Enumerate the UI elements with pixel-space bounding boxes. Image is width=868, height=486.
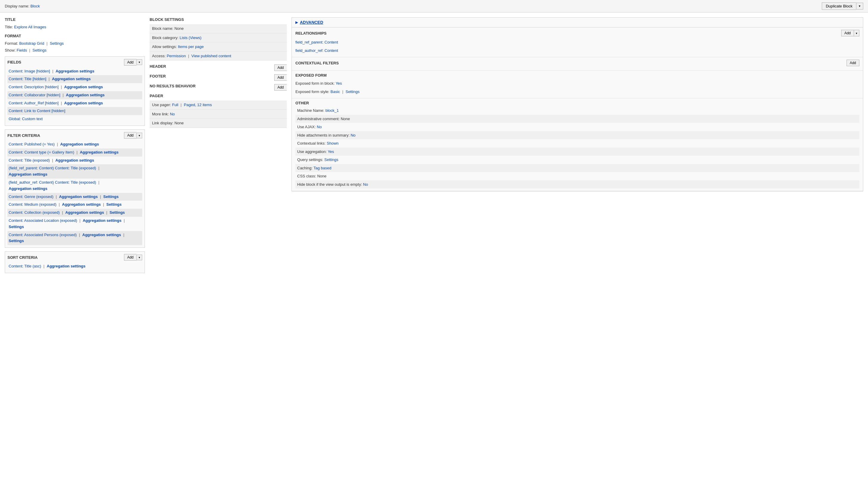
format-value[interactable]: Bootstrap Grid <box>19 41 44 45</box>
other-label-machine: Machine Name: <box>297 108 326 113</box>
other-value-query[interactable]: Settings <box>324 157 338 162</box>
footer-add-button[interactable]: Add <box>274 74 287 81</box>
fields-section-label: FIELDS <box>7 60 21 64</box>
bs-label-name: Block name: <box>152 26 175 31</box>
rel-link-2[interactable]: field_author_ref: Content <box>296 48 338 53</box>
list-item: Content: Title [hidden] | Aggregation se… <box>7 75 142 83</box>
rel-link-1[interactable]: field_ref_parent: Content <box>296 40 338 44</box>
fields-add-button[interactable]: Add <box>124 59 136 66</box>
no-results-add-button[interactable]: Add <box>274 84 287 91</box>
left-column: TITLE Title: Explore All Images FORMAT F… <box>5 17 145 277</box>
show-label: Show: <box>5 48 16 53</box>
title-value[interactable]: Explore All Images <box>14 25 46 29</box>
fields-header: FIELDS Add ▾ <box>7 59 142 66</box>
advanced-title[interactable]: ADVANCED <box>300 20 323 25</box>
pager-value-morelink[interactable]: No <box>170 112 175 116</box>
field-link[interactable]: Content: Link to Content [hidden] <box>9 109 65 113</box>
filter-criteria-label: FILTER CRITERIA <box>7 133 40 138</box>
other-label: OTHER <box>296 101 859 105</box>
list-item: Content: Collaborator [hidden] | Aggrega… <box>7 91 142 99</box>
other-label-aggregation: Use aggregation: <box>297 149 328 154</box>
list-item: Content: Title (asc) | Aggregation setti… <box>7 263 142 270</box>
bs-value-category[interactable]: Lists (Views) <box>180 35 202 40</box>
list-item: Content: Description [hidden] | Aggregat… <box>7 83 142 91</box>
field-agg-link[interactable]: Aggregation settings <box>66 93 104 97</box>
ef-value-inblock[interactable]: Yes <box>336 81 342 86</box>
ef-value-style[interactable]: Basic <box>331 89 340 94</box>
filter-add-dropdown[interactable]: ▾ <box>136 133 142 138</box>
field-link[interactable]: Content: Author_Ref [hidden] <box>9 101 59 105</box>
pager-value-paged[interactable]: Paged, 12 items <box>184 102 212 107</box>
other-value-machine[interactable]: block_1 <box>326 108 339 113</box>
ef-value-settings[interactable]: Settings <box>345 89 360 94</box>
other-value-contextlinks[interactable]: Shown <box>327 141 339 146</box>
filter-list: Content: Published (= Yes) | Aggregation… <box>7 141 142 245</box>
other-section: OTHER Machine Name: block_1 Administrati… <box>292 98 863 191</box>
ef-label-inblock: Exposed form in block: <box>296 81 336 86</box>
bs-value-access2[interactable]: View published content <box>191 54 231 58</box>
other-value-hideblock[interactable]: No <box>363 182 368 187</box>
relationships-add-button[interactable]: Add <box>841 30 854 36</box>
field-link[interactable]: Content: Description [hidden] <box>9 85 59 89</box>
bs-value-allow[interactable]: Items per page <box>178 44 204 49</box>
advanced-triangle-icon: ▶ <box>296 20 298 25</box>
sort-criteria-header: SORT CRITERIA Add ▾ <box>7 254 142 261</box>
other-row-hideblock: Hide block if the view output is empty: … <box>296 180 859 189</box>
list-item: Content: Author_Ref [hidden] | Aggregati… <box>7 99 142 107</box>
duplicate-block-button[interactable]: Duplicate Block <box>822 2 856 10</box>
field-agg-link[interactable]: Aggregation settings <box>64 85 103 89</box>
list-item: Content: Image [hidden] | Aggregation se… <box>7 67 142 75</box>
field-link[interactable]: Content: Title [hidden] <box>9 77 46 81</box>
other-value-caching[interactable]: Tag based <box>314 166 332 170</box>
format-row: Format: Bootstrap Grid | Settings <box>5 40 145 47</box>
other-row-ajax: Use AJAX: No <box>296 123 859 131</box>
list-item: Content: Genre (exposed) | Aggregation s… <box>7 193 142 201</box>
other-value-hideattach[interactable]: No <box>350 133 355 138</box>
bs-label-category: Block category: <box>152 35 180 40</box>
pager-value-full[interactable]: Full <box>172 102 178 107</box>
list-item: Content: Collection (exposed) | Aggregat… <box>7 209 142 217</box>
contextual-filters-add-group: Add <box>846 60 859 66</box>
show-row: Show: Fields | Settings <box>5 48 145 53</box>
field-link[interactable]: Content: Collaborator [hidden] <box>9 93 60 97</box>
bs-row-category: Block category: Lists (Views) <box>150 33 287 43</box>
field-link[interactable]: Content: Image [hidden] <box>9 69 50 73</box>
header-label: HEADER <box>150 64 166 68</box>
bs-value-access[interactable]: Permission <box>166 54 186 58</box>
sort-criteria-label: SORT CRITERIA <box>7 255 37 260</box>
bs-label-allow: Allow settings: <box>152 44 178 49</box>
list-item: Content: Associated Persons (exposed) | … <box>7 231 142 245</box>
pager-row-morelink: More link: No <box>150 110 287 119</box>
duplicate-block-dropdown-button[interactable]: ▾ <box>856 3 863 9</box>
bs-value-name: None <box>175 26 184 31</box>
show-fields-link[interactable]: Fields <box>17 48 27 53</box>
show-settings-link[interactable]: Settings <box>32 48 46 53</box>
display-name-value[interactable]: Block <box>30 4 40 8</box>
other-value-ajax[interactable]: No <box>317 125 322 129</box>
field-link[interactable]: Global: Custom text <box>9 117 42 121</box>
filter-add-button[interactable]: Add <box>124 132 136 139</box>
sort-add-button[interactable]: Add <box>124 254 136 261</box>
no-results-label: NO RESULTS BEHAVIOR <box>150 84 195 88</box>
relationships-add-dropdown[interactable]: ▾ <box>854 30 859 36</box>
bs-label-access: Access: <box>152 54 166 58</box>
field-agg-link[interactable]: Aggregation settings <box>52 77 91 81</box>
field-agg-link[interactable]: Aggregation settings <box>56 69 94 73</box>
list-item: Content: Associated Location (exposed) |… <box>7 217 142 231</box>
header-add-button[interactable]: Add <box>274 64 287 71</box>
contextual-filters-add-button[interactable]: Add <box>846 60 859 66</box>
other-value-aggregation[interactable]: Yes <box>328 149 334 154</box>
bs-row-name: Block name: None <box>150 24 287 33</box>
other-label-hideblock: Hide block if the view output is empty: <box>297 182 363 187</box>
header-add-group: Add <box>274 64 287 71</box>
display-name-label: Display name: <box>5 4 29 8</box>
fields-add-dropdown[interactable]: ▾ <box>136 59 142 65</box>
other-label-caching: Caching: <box>297 166 314 170</box>
list-item: (field_ref_parent: Content) Content: Tit… <box>7 164 142 179</box>
sort-add-dropdown[interactable]: ▾ <box>136 255 142 260</box>
field-agg-link[interactable]: Aggregation settings <box>64 101 103 105</box>
duplicate-btn-group: Duplicate Block ▾ <box>822 2 863 10</box>
contextual-filters-section: CONTEXTUAL FILTERS Add <box>292 57 863 71</box>
pager-section: PAGER Use pager: Full | Paged, 12 items … <box>150 94 287 128</box>
format-settings-link[interactable]: Settings <box>50 41 64 45</box>
